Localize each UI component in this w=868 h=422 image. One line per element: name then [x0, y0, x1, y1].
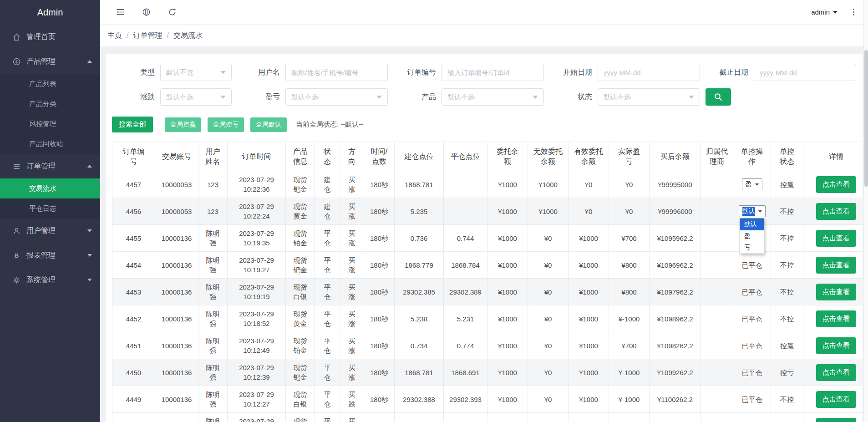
column-header: 交易账号 — [155, 142, 198, 171]
sidebar-item-close-log[interactable]: 平仓日志 — [0, 198, 100, 219]
cell-account: 10000136 — [155, 386, 198, 413]
start-date-input[interactable] — [598, 64, 700, 81]
cell-valid: ¥1000 — [569, 225, 609, 252]
cell-valid: ¥1000 — [569, 279, 609, 305]
breadcrumb: 主页 / 订单管理 / 交易流水 — [100, 25, 868, 46]
control-select[interactable]: 盈 — [742, 178, 762, 190]
global-lose-button[interactable]: 全局控亏 — [208, 117, 244, 132]
cell-dir: 买 涨 — [340, 332, 364, 359]
language-globe-icon[interactable] — [142, 7, 151, 17]
cell-agent — [701, 305, 733, 332]
cell-agent — [701, 359, 733, 386]
refresh-icon[interactable] — [168, 7, 177, 17]
column-header: 无效委托 余额 — [528, 142, 569, 171]
cell-agent — [701, 171, 733, 198]
global-status-text: 当前全局状态: --默认-- — [296, 120, 363, 129]
sidebar-item-product-list[interactable]: 产品列表 — [0, 74, 100, 94]
gear-icon — [12, 275, 21, 285]
sidebar-item-home[interactable]: 管理首页 — [0, 25, 100, 49]
cell-profit: ¥-1000 — [609, 413, 650, 422]
order-no-input[interactable] — [442, 64, 544, 81]
cell-open: 29302.385 — [395, 279, 444, 305]
cell-account: 10000136 — [155, 413, 198, 422]
global-default-button[interactable]: 全局默认 — [250, 117, 287, 132]
sidebar-item-trade-flow[interactable]: 交易流水 — [0, 178, 100, 198]
cell-close: 5.231 — [444, 305, 487, 332]
sidebar-item-system[interactable]: 系统管理 — [0, 268, 100, 292]
status-select[interactable]: 默认不选 — [598, 88, 700, 106]
cell-product: 现货 黄金 — [286, 413, 315, 422]
cell-time: 2023-07-29 10:18:52 — [228, 305, 286, 332]
cell-agent — [701, 225, 733, 252]
cell-dur: 180秒 — [364, 305, 395, 332]
detail-button[interactable]: 点击查看 — [816, 391, 856, 408]
cell-name: 陈明 强 — [198, 225, 228, 252]
cell-id: 4457 — [112, 171, 155, 198]
cell-account: 10000136 — [155, 359, 198, 386]
cell-valid: ¥1000 — [569, 386, 609, 413]
detail-button[interactable]: 点击查看 — [816, 284, 856, 300]
detail-button[interactable]: 点击查看 — [816, 337, 856, 354]
breadcrumb-home[interactable]: 主页 — [107, 31, 122, 41]
detail-button[interactable]: 点击查看 — [816, 230, 856, 247]
collapse-menu-icon[interactable] — [116, 7, 125, 17]
cell-product: 现货 铂金 — [286, 332, 315, 359]
detail-button[interactable]: 点击查看 — [816, 257, 856, 274]
cell-product: 现货 钯金 — [286, 171, 315, 198]
cell-product: 现货 白银 — [286, 279, 315, 305]
cell-name: 陈明 强 — [198, 279, 228, 305]
type-select[interactable]: 默认不选 — [160, 64, 232, 81]
chevron-up-icon — [87, 60, 92, 63]
sidebar-item-product-category[interactable]: 产品分类 — [0, 94, 100, 114]
breadcrumb-order-mgmt[interactable]: 订单管理 — [133, 31, 162, 41]
detail-button[interactable]: 点击查看 — [816, 418, 856, 422]
sidebar-menu: 管理首页 $ 产品管理 产品列表 产品分类 风控管理 产品回收站 订单管理 交易… — [0, 25, 100, 292]
global-win-button[interactable]: 全局控赢 — [165, 117, 201, 132]
cell-account: 10000136 — [155, 225, 198, 252]
cell-detail: 点击查看 — [803, 198, 868, 225]
column-header: 建仓点位 — [395, 142, 444, 171]
product-label: 产品 — [393, 92, 442, 102]
control-option[interactable]: 盈 — [740, 230, 764, 242]
table-row: 444810000136陈明 强2023-07-29 10:11:55现货 黄金… — [112, 413, 868, 422]
control-option[interactable]: 亏 — [740, 242, 764, 254]
cell-dur: 180秒 — [364, 386, 395, 413]
profit-select[interactable]: 默认不选 — [285, 88, 388, 106]
table-row: 4457100000531232023-07-29 10:22:36现货 钯金建… — [112, 171, 868, 198]
sidebar-item-product-recycle[interactable]: 产品回收站 — [0, 134, 100, 154]
updown-select[interactable]: 默认不选 — [160, 88, 232, 106]
sidebar-item-risk-control[interactable]: 风控管理 — [0, 114, 100, 134]
cell-close: 1868.691 — [444, 359, 487, 386]
sidebar-item-orders[interactable]: 订单管理 — [0, 154, 100, 178]
cell-dur: 180秒 — [364, 279, 395, 305]
cell-state: 平 仓 — [315, 305, 340, 332]
sidebar-item-products[interactable]: $ 产品管理 — [0, 49, 100, 74]
user-menu[interactable]: admin — [811, 8, 838, 16]
control-option[interactable]: 默认 — [740, 219, 764, 230]
control-select[interactable]: 默认 — [739, 205, 766, 217]
cell-close — [444, 171, 487, 198]
cell-ctl_state: 不控 — [771, 386, 803, 413]
detail-button[interactable]: 点击查看 — [816, 364, 856, 381]
kebab-menu-icon[interactable] — [851, 7, 856, 17]
chevron-down-icon — [87, 229, 92, 232]
cell-ctl_state: 控赢 — [771, 332, 803, 359]
cell-state: 建 仓 — [315, 198, 340, 225]
end-date-input[interactable] — [754, 64, 856, 81]
page-scrollbar[interactable] — [863, 0, 868, 422]
end-date-label: 截止日期 — [706, 68, 754, 77]
search-all-button[interactable]: 搜索全部 — [112, 117, 153, 132]
detail-button[interactable]: 点击查看 — [816, 310, 856, 327]
detail-button[interactable]: 点击查看 — [816, 203, 856, 220]
sidebar-item-reports[interactable]: B 报表管理 — [0, 243, 100, 268]
product-select[interactable]: 默认不选 — [442, 88, 544, 106]
scrollbar-thumb[interactable] — [864, 50, 868, 187]
cell-entrust: ¥1000 — [487, 252, 528, 279]
sidebar-item-users[interactable]: 用户管理 — [0, 219, 100, 243]
filter-bar: 类型 默认不选 用户名 订单编号 开始日期 — [112, 64, 856, 106]
control-dropdown: 默认盈亏 — [740, 218, 764, 254]
search-button[interactable] — [706, 88, 731, 106]
report-icon: B — [12, 251, 21, 260]
username-input[interactable] — [285, 64, 388, 81]
detail-button[interactable]: 点击查看 — [816, 176, 856, 193]
